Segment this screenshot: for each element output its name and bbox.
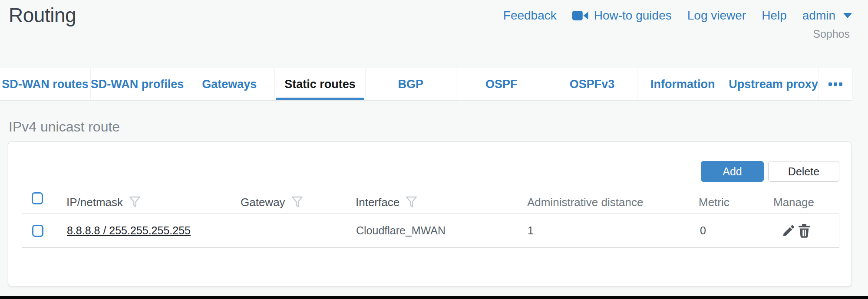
feedback-link[interactable]: Feedback xyxy=(503,9,557,23)
table-row: 8.8.8.8 / 255.255.255.255 Cloudflare_MWA… xyxy=(22,214,839,248)
row-administrative-distance-cell: 1 xyxy=(528,214,534,247)
routes-card: Add Delete IP/netmask Gateway Interface xyxy=(8,141,852,286)
ellipsis-icon xyxy=(828,82,832,86)
row-ip-netmask-link[interactable]: 8.8.8.8 / 255.255.255.255 xyxy=(67,214,191,247)
user-menu[interactable]: admin xyxy=(802,9,852,23)
add-button[interactable]: Add xyxy=(701,161,764,182)
row-checkbox[interactable] xyxy=(32,225,43,237)
tab-static-routes[interactable]: Static routes xyxy=(274,68,365,100)
log-viewer-label: Log viewer xyxy=(687,9,746,23)
pencil-icon xyxy=(782,224,795,237)
active-tab-underline xyxy=(276,98,364,100)
more-tabs-button[interactable] xyxy=(818,68,852,100)
routing-page: Routing Feedback How-to guides Log viewe… xyxy=(0,0,868,299)
tab-bar: SD-WAN routes SD-WAN profiles Gateways S… xyxy=(0,68,852,101)
tab-label: OSPF xyxy=(485,78,518,91)
column-header-manage: Manage xyxy=(773,196,814,209)
ellipsis-icon xyxy=(839,82,842,86)
column-header-interface[interactable]: Interface xyxy=(356,196,417,209)
filter-icon[interactable] xyxy=(406,196,417,209)
section-title: IPv4 unicast route xyxy=(9,119,120,135)
column-label: Administrative distance xyxy=(527,196,643,209)
brand-label: Sophos xyxy=(813,28,850,40)
row-interface-cell: Cloudflare_MWAN xyxy=(356,214,446,247)
tab-upstream-proxy[interactable]: Upstream proxy xyxy=(728,68,818,100)
delete-route-button[interactable] xyxy=(798,214,810,247)
column-header-gateway[interactable]: Gateway xyxy=(241,196,303,209)
delete-button[interactable]: Delete xyxy=(768,161,839,182)
column-label: Manage xyxy=(773,196,814,209)
bottom-strip xyxy=(0,296,868,299)
tab-label: BGP xyxy=(398,78,424,91)
tab-label: Information xyxy=(650,78,715,91)
filter-icon[interactable] xyxy=(129,196,140,209)
tab-sdwan-routes[interactable]: SD-WAN routes xyxy=(0,68,90,100)
row-metric-cell: 0 xyxy=(700,214,706,247)
tab-ospf[interactable]: OSPF xyxy=(456,68,547,100)
howto-guides-label: How-to guides xyxy=(594,9,672,23)
column-label: Gateway xyxy=(241,196,285,209)
tab-label: SD-WAN profiles xyxy=(91,78,184,91)
page-title: Routing xyxy=(9,3,76,27)
tab-gateways[interactable]: Gateways xyxy=(184,68,274,100)
delete-button-label: Delete xyxy=(788,165,819,178)
howto-guides-link[interactable]: How-to guides xyxy=(572,9,672,23)
tab-information[interactable]: Information xyxy=(637,68,728,100)
top-nav: Feedback How-to guides Log viewer Help a… xyxy=(503,9,852,23)
log-viewer-link[interactable]: Log viewer xyxy=(687,9,746,23)
column-header-ip-netmask[interactable]: IP/netmask xyxy=(66,196,140,209)
video-camera-icon xyxy=(572,10,589,21)
tab-label: Static routes xyxy=(284,78,356,91)
column-label: Metric xyxy=(699,196,729,209)
select-all-checkbox[interactable] xyxy=(32,192,43,204)
add-button-label: Add xyxy=(723,165,742,178)
column-label: Interface xyxy=(356,196,399,209)
feedback-label: Feedback xyxy=(503,9,557,23)
user-label: admin xyxy=(802,9,835,23)
filter-icon[interactable] xyxy=(292,196,303,209)
tab-label: OSPFv3 xyxy=(570,78,615,91)
tab-ospfv3[interactable]: OSPFv3 xyxy=(547,68,637,100)
chevron-down-icon xyxy=(843,13,852,18)
help-label: Help xyxy=(762,9,787,23)
column-label: IP/netmask xyxy=(66,196,123,209)
tab-label: Upstream proxy xyxy=(729,78,818,91)
tab-label: SD-WAN routes xyxy=(2,78,89,91)
trash-icon xyxy=(798,224,810,238)
column-header-metric: Metric xyxy=(699,196,729,209)
help-link[interactable]: Help xyxy=(762,9,787,23)
ellipsis-icon xyxy=(834,82,837,86)
column-header-administrative-distance: Administrative distance xyxy=(527,196,643,209)
row-checkbox-cell xyxy=(32,214,43,247)
tab-bgp[interactable]: BGP xyxy=(365,68,456,100)
tab-label: Gateways xyxy=(202,78,257,91)
tab-sdwan-profiles[interactable]: SD-WAN profiles xyxy=(90,68,184,100)
edit-route-button[interactable] xyxy=(782,214,795,247)
